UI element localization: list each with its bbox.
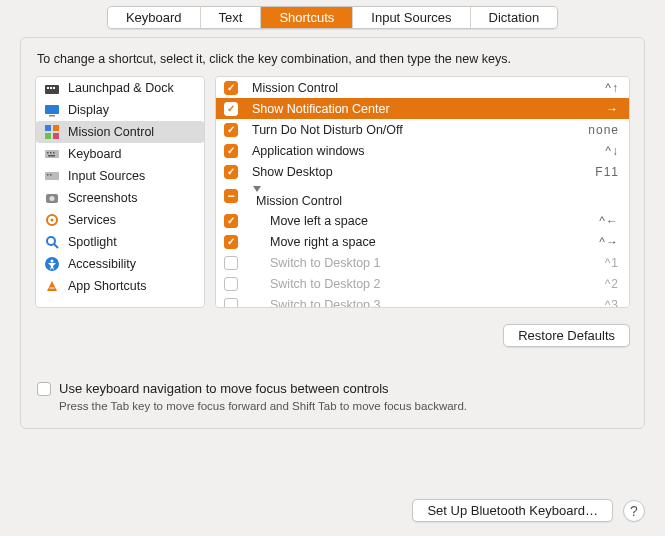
disclosure-triangle-icon[interactable] — [252, 184, 619, 194]
footer: Set Up Bluetooth Keyboard… ? — [0, 487, 665, 536]
sidebar-item-label: Keyboard — [68, 147, 122, 161]
shortcut-key: ^→ — [599, 235, 619, 249]
restore-row: Restore Defaults — [35, 324, 630, 347]
restore-defaults-button[interactable]: Restore Defaults — [503, 324, 630, 347]
shortcut-key: ^2 — [605, 277, 619, 291]
sidebar-item-label: Screenshots — [68, 191, 137, 205]
bluetooth-keyboard-button[interactable]: Set Up Bluetooth Keyboard… — [412, 499, 613, 522]
tab-input-sources[interactable]: Input Sources — [353, 7, 470, 28]
sidebar-item-app-shortcuts[interactable]: App Shortcuts — [36, 275, 204, 297]
svg-rect-10 — [45, 150, 59, 158]
svg-line-23 — [54, 244, 58, 248]
svg-point-21 — [51, 219, 54, 222]
help-button[interactable]: ? — [623, 500, 645, 522]
tab-shortcuts[interactable]: Shortcuts — [261, 7, 353, 28]
shortcut-row[interactable]: Move right a space^→ — [216, 231, 629, 252]
mission-icon — [44, 124, 60, 140]
sidebar-item-input-sources[interactable]: Input Sources — [36, 165, 204, 187]
shortcut-row[interactable]: Mission Control^↑ — [216, 77, 629, 98]
svg-rect-17 — [50, 174, 52, 176]
svg-rect-5 — [49, 115, 55, 117]
display-icon — [44, 102, 60, 118]
shortcut-label: Switch to Desktop 3 — [248, 298, 605, 309]
kb-nav-checkbox[interactable] — [37, 382, 51, 396]
screenshot-icon — [44, 190, 60, 206]
shortcut-checkbox[interactable] — [224, 214, 238, 228]
shortcut-checkbox[interactable] — [224, 165, 238, 179]
shortcut-checkbox[interactable] — [224, 256, 238, 270]
shortcut-key: ^3 — [605, 298, 619, 309]
segmented-tabs: KeyboardTextShortcutsInput SourcesDictat… — [107, 6, 558, 29]
shortcut-label: Show Desktop — [248, 165, 595, 179]
svg-point-19 — [50, 196, 55, 201]
shortcut-row[interactable]: Turn Do Not Disturb On/Offnone — [216, 119, 629, 140]
svg-rect-12 — [50, 152, 52, 154]
sidebar-item-services[interactable]: Services — [36, 209, 204, 231]
sidebar-item-spotlight[interactable]: Spotlight — [36, 231, 204, 253]
svg-rect-8 — [45, 133, 51, 139]
appshortcuts-icon — [44, 278, 60, 294]
shortcut-list[interactable]: Mission Control^↑Show Notification Cente… — [215, 76, 630, 308]
sidebar-item-label: App Shortcuts — [68, 279, 147, 293]
shortcut-checkbox[interactable] — [224, 144, 238, 158]
shortcut-row[interactable]: Application windows^↓ — [216, 140, 629, 161]
sidebar-item-launchpad-dock[interactable]: Launchpad & Dock — [36, 77, 204, 99]
shortcuts-pane: To change a shortcut, select it, click t… — [20, 37, 645, 429]
shortcut-label: Show Notification Center — [248, 102, 606, 116]
keyboard-preferences-window: KeyboardTextShortcutsInput SourcesDictat… — [0, 0, 665, 536]
sidebar-item-label: Display — [68, 103, 109, 117]
shortcut-label: Mission Control — [248, 184, 619, 208]
shortcut-checkbox[interactable] — [224, 235, 238, 249]
svg-rect-2 — [50, 87, 52, 89]
spotlight-icon — [44, 234, 60, 250]
instruction-text: To change a shortcut, select it, click t… — [37, 52, 630, 66]
sidebar-item-screenshots[interactable]: Screenshots — [36, 187, 204, 209]
shortcut-checkbox[interactable] — [224, 102, 238, 116]
shortcut-key: ^1 — [605, 256, 619, 270]
svg-rect-0 — [45, 85, 59, 94]
sidebar-item-label: Spotlight — [68, 235, 117, 249]
svg-rect-15 — [45, 172, 59, 180]
keyboard-icon — [44, 146, 60, 162]
svg-rect-11 — [47, 152, 49, 154]
shortcut-key: → — [606, 102, 619, 116]
kb-nav-hint: Press the Tab key to move focus forward … — [59, 400, 628, 412]
svg-rect-9 — [53, 133, 59, 139]
sidebar-item-label: Accessibility — [68, 257, 136, 271]
shortcut-checkbox[interactable] — [224, 298, 238, 309]
launchpad-icon — [44, 80, 60, 96]
sidebar-item-display[interactable]: Display — [36, 99, 204, 121]
category-sidebar[interactable]: Launchpad & DockDisplayMission ControlKe… — [35, 76, 205, 308]
tab-dictation[interactable]: Dictation — [471, 7, 558, 28]
shortcut-row[interactable]: Move left a space^← — [216, 210, 629, 231]
shortcut-label: Move left a space — [248, 214, 599, 228]
shortcut-label: Mission Control — [248, 81, 605, 95]
sidebar-item-mission-control[interactable]: Mission Control — [36, 121, 204, 143]
shortcut-label: Switch to Desktop 2 — [248, 277, 605, 291]
shortcut-checkbox[interactable] — [224, 189, 238, 203]
shortcut-label: Move right a space — [248, 235, 599, 249]
shortcut-row[interactable]: Show DesktopF11 — [216, 161, 629, 182]
svg-rect-14 — [48, 155, 55, 157]
shortcut-checkbox[interactable] — [224, 81, 238, 95]
shortcut-row[interactable]: Switch to Desktop 1^1 — [216, 252, 629, 273]
sidebar-item-label: Services — [68, 213, 116, 227]
accessibility-icon — [44, 256, 60, 272]
svg-rect-6 — [45, 125, 51, 131]
tab-keyboard[interactable]: Keyboard — [108, 7, 201, 28]
shortcut-row[interactable]: Show Notification Center→ — [216, 98, 629, 119]
shortcut-checkbox[interactable] — [224, 277, 238, 291]
kb-nav-label: Use keyboard navigation to move focus be… — [59, 381, 389, 396]
shortcut-checkbox[interactable] — [224, 123, 238, 137]
shortcut-label: Turn Do Not Disturb On/Off — [248, 123, 588, 137]
svg-rect-4 — [45, 105, 59, 114]
tab-bar: KeyboardTextShortcutsInput SourcesDictat… — [0, 0, 665, 37]
tab-text[interactable]: Text — [201, 7, 262, 28]
shortcut-key: ^← — [599, 214, 619, 228]
shortcut-key: none — [588, 123, 619, 137]
sidebar-item-keyboard[interactable]: Keyboard — [36, 143, 204, 165]
sidebar-item-accessibility[interactable]: Accessibility — [36, 253, 204, 275]
shortcut-row[interactable]: Switch to Desktop 3^3 — [216, 294, 629, 308]
shortcut-row[interactable]: Mission Control — [216, 182, 629, 210]
shortcut-row[interactable]: Switch to Desktop 2^2 — [216, 273, 629, 294]
